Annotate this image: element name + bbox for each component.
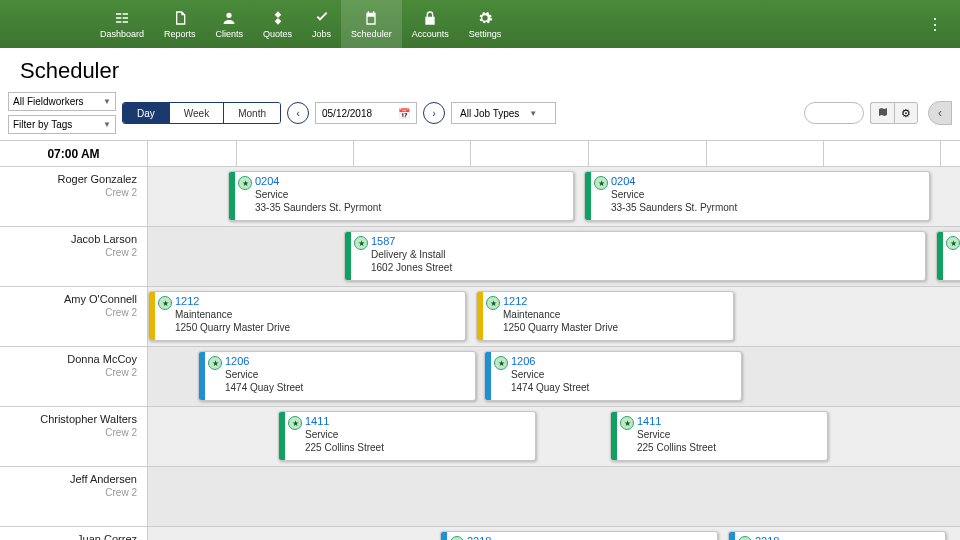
nav-label: Quotes: [263, 29, 292, 39]
job-address: 1474 Quay Street: [225, 381, 303, 394]
worker-crew: Crew 2: [0, 367, 137, 378]
worker-name: Jeff Andersen: [0, 473, 137, 485]
worker-row[interactable]: Juan CorrezCrew 2: [0, 527, 147, 540]
quotes-icon: [270, 10, 286, 26]
date-picker[interactable]: 05/12/2018📅: [315, 102, 417, 124]
nav-label: Settings: [469, 29, 502, 39]
nav-accounts[interactable]: Accounts: [402, 0, 459, 48]
star-icon: ★: [158, 296, 172, 310]
job-number: 1411: [637, 415, 716, 428]
star-icon: ★: [354, 236, 368, 250]
job-card[interactable]: ★ 1212 Maintenance 1250 Quarry Master Dr…: [476, 291, 734, 341]
job-card[interactable]: ★ 1411 Service 225 Collins Street: [610, 411, 828, 461]
more-icon[interactable]: ⋮: [927, 15, 945, 34]
job-type: Maintenance: [175, 308, 290, 321]
nav-label: Reports: [164, 29, 196, 39]
next-day-button[interactable]: ›: [423, 102, 445, 124]
lock-icon: [422, 10, 438, 26]
nav-label: Clients: [216, 29, 244, 39]
worker-row[interactable]: Donna McCoyCrew 2: [0, 347, 147, 407]
job-address: 33-35 Saunders St. Pyrmont: [255, 201, 381, 214]
job-number: 1411: [305, 415, 384, 428]
job-type: Service: [611, 188, 737, 201]
time-header: 07:00 AM: [0, 141, 147, 167]
job-type: Service: [637, 428, 716, 441]
job-number: 0204: [255, 175, 381, 188]
job-type-filter[interactable]: All Job Types▼: [451, 102, 556, 124]
job-card[interactable]: ★ 1587 Delivery & Install 1602 Jones Str…: [344, 231, 926, 281]
star-icon: ★: [594, 176, 608, 190]
nav-label: Scheduler: [351, 29, 392, 39]
job-number: 1206: [225, 355, 303, 368]
worker-row[interactable]: Jacob LarsonCrew 2: [0, 227, 147, 287]
chevron-down-icon: ▼: [529, 109, 537, 118]
chevron-down-icon: ▼: [103, 120, 111, 129]
job-type: Service: [255, 188, 381, 201]
worker-row[interactable]: Roger GonzalezCrew 2: [0, 167, 147, 227]
star-icon: ★: [738, 536, 752, 540]
job-card[interactable]: ★ 1206 Service 1474 Quay Street: [484, 351, 742, 401]
job-card[interactable]: ★ 2218 Service: [728, 531, 946, 540]
job-card[interactable]: ★ 1587 Delivery & Install 1602 Jones Str…: [936, 231, 960, 281]
job-type: Delivery & Install: [371, 248, 452, 261]
worker-crew: Crew 2: [0, 307, 137, 318]
nav-label: Accounts: [412, 29, 449, 39]
job-card[interactable]: ★ 1206 Service 1474 Quay Street: [198, 351, 476, 401]
job-type: Service: [305, 428, 384, 441]
job-address: 33-35 Saunders St. Pyrmont: [611, 201, 737, 214]
job-card[interactable]: ★ 1212 Maintenance 1250 Quarry Master Dr…: [148, 291, 466, 341]
job-address: 1250 Quarry Master Drive: [503, 321, 618, 334]
nav-clients[interactable]: Clients: [206, 0, 254, 48]
nav-label: Jobs: [312, 29, 331, 39]
nav-reports[interactable]: Reports: [154, 0, 206, 48]
job-number: 2218: [755, 535, 788, 540]
map-icon: [877, 106, 889, 120]
worker-row[interactable]: Jeff AndersenCrew 2: [0, 467, 147, 527]
search-input[interactable]: [804, 102, 864, 124]
prev-day-button[interactable]: ‹: [287, 102, 309, 124]
toolbar: All Fieldworkers▼ Filter by Tags▼ Day We…: [0, 92, 960, 141]
job-type: Service: [511, 368, 589, 381]
page-title: Scheduler: [0, 48, 960, 92]
jobs-icon: [314, 10, 330, 26]
nav-scheduler[interactable]: Scheduler: [341, 0, 402, 48]
job-card[interactable]: ★ 0204 Service 33-35 Saunders St. Pyrmon…: [228, 171, 574, 221]
view-day[interactable]: Day: [123, 103, 169, 123]
reports-icon: [172, 10, 188, 26]
nav-label: Dashboard: [100, 29, 144, 39]
chevron-down-icon: ▼: [103, 97, 111, 106]
worker-name: Donna McCoy: [0, 353, 137, 365]
job-card[interactable]: ★ 2218 Service: [440, 531, 718, 540]
worker-crew: Crew 2: [0, 247, 137, 258]
worker-crew: Crew 2: [0, 187, 137, 198]
nav-jobs[interactable]: Jobs: [302, 0, 341, 48]
job-number: 1206: [511, 355, 589, 368]
filter-tags[interactable]: Filter by Tags▼: [8, 115, 116, 134]
job-card[interactable]: ★ 0204 Service 33-35 Saunders St. Pyrmon…: [584, 171, 930, 221]
worker-name: Roger Gonzalez: [0, 173, 137, 185]
worker-row[interactable]: Christopher WaltersCrew 2: [0, 407, 147, 467]
job-address: 1602 Jones Street: [371, 261, 452, 274]
worker-crew: Crew 2: [0, 487, 137, 498]
view-week[interactable]: Week: [169, 103, 223, 123]
nav-quotes[interactable]: Quotes: [253, 0, 302, 48]
view-month[interactable]: Month: [223, 103, 280, 123]
nav-settings[interactable]: Settings: [459, 0, 512, 48]
worker-name: Juan Correz: [0, 533, 137, 540]
nav-dashboard[interactable]: Dashboard: [90, 0, 154, 48]
map-button[interactable]: [870, 102, 894, 124]
star-icon: ★: [946, 236, 960, 250]
worker-name: Christopher Walters: [0, 413, 137, 425]
job-type: Service: [225, 368, 303, 381]
collapse-panel-button[interactable]: ‹: [928, 101, 952, 125]
star-icon: ★: [288, 416, 302, 430]
job-type: Maintenance: [503, 308, 618, 321]
job-number: 1212: [503, 295, 618, 308]
settings-button[interactable]: ⚙: [894, 102, 918, 124]
star-icon: ★: [620, 416, 634, 430]
worker-row[interactable]: Amy O'ConnellCrew 2: [0, 287, 147, 347]
job-number: 2218: [467, 535, 500, 540]
job-card[interactable]: ★ 1411 Service 225 Collins Street: [278, 411, 536, 461]
filter-workers[interactable]: All Fieldworkers▼: [8, 92, 116, 111]
worker-name: Amy O'Connell: [0, 293, 137, 305]
